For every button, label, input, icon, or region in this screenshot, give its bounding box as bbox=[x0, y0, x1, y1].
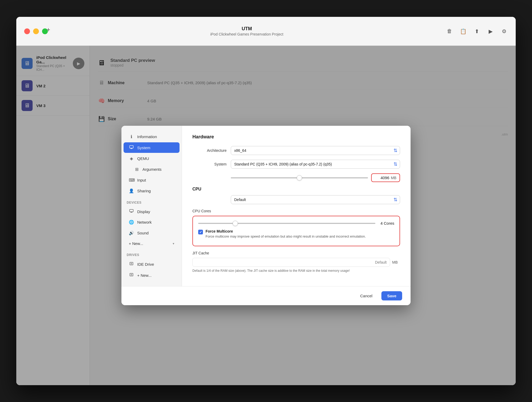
ide-drive-icon bbox=[129, 262, 134, 267]
svg-point-6 bbox=[131, 263, 132, 264]
sidebar-item-display[interactable]: Display bbox=[124, 207, 180, 217]
force-multicore-desc: Force multicore may improve speed of emu… bbox=[206, 234, 366, 238]
sidebar-item-new-drive[interactable]: + New... bbox=[124, 270, 180, 280]
add-vm-icon[interactable]: + bbox=[47, 26, 50, 33]
title-center: UTM iPod Clickwheel Games Preservation P… bbox=[48, 26, 446, 36]
hardware-section-title: Hardware bbox=[192, 134, 400, 140]
app-subtitle: iPod Clickwheel Games Preservation Proje… bbox=[210, 32, 283, 36]
sidebar-item-ide-drive-label: IDE Drive bbox=[137, 262, 154, 267]
sharing-icon: 👤 bbox=[129, 188, 134, 193]
sidebar-item-new-drive-label: + New... bbox=[137, 273, 152, 278]
cpu-cores-box: 4 Cores Force Multicore Force multicore … bbox=[192, 216, 400, 246]
qemu-icon: ◈ bbox=[129, 156, 134, 161]
input-icon: ⌨ bbox=[129, 178, 134, 183]
sidebar-item-network-label: Network bbox=[137, 220, 152, 224]
ram-slider[interactable] bbox=[231, 177, 368, 178]
system-row: System Standard PC (Q35 + ICH9, 2009) (a… bbox=[192, 160, 400, 169]
jit-desc: Default is 1/4 of the RAM size (above). … bbox=[192, 269, 400, 273]
ram-value: 4096 bbox=[381, 175, 389, 180]
new-device-label: + New... bbox=[129, 241, 143, 246]
force-multicore-row: Force Multicore Force multicore may impr… bbox=[198, 229, 394, 238]
title-bar: + UTM iPod Clickwheel Games Preservation… bbox=[16, 17, 516, 46]
jit-unit: MB bbox=[392, 260, 400, 264]
cores-value: 4 Cores bbox=[378, 221, 394, 225]
architecture-select-wrapper: x86_64 ⇅ bbox=[231, 146, 400, 155]
modal-sidebar: ℹ Information bbox=[121, 126, 182, 286]
settings-icon[interactable]: ⚙ bbox=[500, 28, 508, 35]
save-button[interactable]: Save bbox=[381, 291, 402, 300]
jit-cache-title: JIT Cache bbox=[192, 251, 400, 255]
arguments-icon: ⊞ bbox=[134, 167, 139, 172]
cpu-select-wrapper: Default ⇅ bbox=[231, 195, 400, 204]
traffic-lights bbox=[24, 28, 48, 34]
modal-overlay: ℹ Information bbox=[16, 46, 516, 385]
sound-icon: 🔊 bbox=[129, 230, 134, 235]
force-multicore-content: Force Multicore Force multicore may impr… bbox=[206, 229, 366, 238]
settings-modal: ℹ Information bbox=[121, 126, 411, 305]
minimize-button[interactable] bbox=[33, 28, 39, 34]
sidebar-item-ide-drive[interactable]: IDE Drive bbox=[124, 259, 180, 269]
force-multicore-label: Force Multicore bbox=[206, 229, 366, 233]
system-select[interactable]: Standard PC (Q35 + ICH9, 2009) (alias of… bbox=[231, 160, 400, 169]
content-area: 🖥 iPod Clickwheel Ga... Standard PC (Q35… bbox=[16, 46, 516, 385]
ram-unit: MB bbox=[391, 176, 396, 180]
svg-rect-0 bbox=[130, 145, 133, 148]
sidebar-item-system-label: System bbox=[137, 145, 150, 150]
cpu-section-title: CPU bbox=[192, 187, 400, 192]
architecture-select[interactable]: x86_64 bbox=[231, 146, 400, 155]
sidebar-item-qemu[interactable]: ◈ QEMU bbox=[124, 153, 180, 164]
ram-value-box: 4096 MB bbox=[371, 173, 400, 182]
cores-slider-row: 4 Cores bbox=[198, 221, 394, 225]
sidebar-item-arguments-label: Arguments bbox=[142, 167, 162, 172]
sidebar-item-sharing[interactable]: 👤 Sharing bbox=[124, 186, 180, 196]
system-select-wrapper: Standard PC (Q35 + ICH9, 2009) (alias of… bbox=[231, 160, 400, 169]
architecture-label: Architecture bbox=[192, 148, 227, 153]
svg-point-7 bbox=[131, 274, 132, 275]
sidebar-item-information[interactable]: ℹ Information bbox=[124, 132, 180, 142]
cpu-cores-label: CPU Cores bbox=[192, 209, 400, 213]
display-icon bbox=[129, 209, 134, 214]
cancel-button[interactable]: Cancel bbox=[354, 291, 378, 300]
new-drive-icon bbox=[129, 273, 134, 278]
app-title: UTM bbox=[242, 26, 252, 32]
sidebar-item-sound-label: Sound bbox=[137, 231, 149, 235]
sidebar-item-input-label: Input bbox=[137, 178, 146, 182]
share-icon[interactable]: ⬆ bbox=[473, 28, 480, 35]
system-label: System bbox=[192, 162, 227, 166]
sidebar-item-qemu-label: QEMU bbox=[137, 156, 149, 161]
chevron-down-icon: ▾ bbox=[173, 242, 174, 245]
close-button[interactable] bbox=[24, 28, 30, 34]
devices-section-label: Devices bbox=[121, 197, 182, 206]
ram-row: 4096 MB bbox=[192, 173, 400, 182]
modal-body: ℹ Information bbox=[121, 126, 411, 286]
sidebar-item-sound[interactable]: 🔊 Sound bbox=[124, 228, 180, 238]
macos-window: + UTM iPod Clickwheel Games Preservation… bbox=[16, 17, 516, 385]
jit-cache-section: JIT Cache MB Default is 1/4 of the RAM s… bbox=[192, 251, 400, 273]
system-icon bbox=[129, 145, 134, 150]
svg-rect-3 bbox=[130, 209, 133, 212]
modal-main-content: Hardware Architecture x86_64 ⇅ bbox=[182, 126, 411, 286]
play-icon[interactable]: ▶ bbox=[487, 28, 494, 35]
sidebar-item-display-label: Display bbox=[137, 209, 150, 214]
delete-icon[interactable]: 🗑 bbox=[446, 28, 453, 35]
information-icon: ℹ bbox=[129, 134, 134, 139]
ram-slider-wrapper: 4096 MB bbox=[231, 173, 400, 182]
drives-section-label: Drives bbox=[121, 249, 182, 258]
network-icon: 🌐 bbox=[129, 220, 134, 225]
cpu-select[interactable]: Default bbox=[231, 195, 400, 204]
toolbar-actions: 🗑 📋 ⬆ ▶ ⚙ bbox=[446, 28, 508, 35]
new-device-row[interactable]: + New... ▾ bbox=[124, 239, 180, 248]
cores-slider[interactable] bbox=[198, 223, 375, 224]
modal-footer: Cancel Save bbox=[121, 286, 411, 305]
sidebar-item-system[interactable]: System bbox=[124, 142, 180, 153]
sidebar-item-network[interactable]: 🌐 Network bbox=[124, 217, 180, 227]
sidebar-item-information-label: Information bbox=[137, 134, 157, 139]
jit-cache-input[interactable] bbox=[192, 258, 390, 267]
copy-icon[interactable]: 📋 bbox=[459, 28, 467, 35]
sidebar-item-arguments[interactable]: ⊞ Arguments bbox=[124, 164, 180, 174]
sidebar-item-input[interactable]: ⌨ Input bbox=[124, 175, 180, 185]
jit-input-row: MB bbox=[192, 258, 400, 267]
architecture-row: Architecture x86_64 ⇅ bbox=[192, 146, 400, 155]
force-multicore-checkbox[interactable] bbox=[198, 230, 203, 234]
cpu-row: Default ⇅ bbox=[192, 195, 400, 204]
